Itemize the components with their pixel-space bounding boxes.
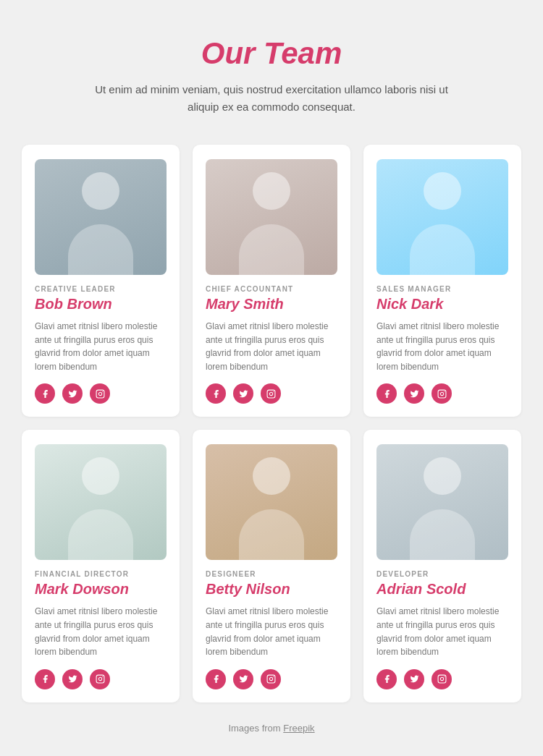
twitter-icon-adrian-scold[interactable] — [404, 669, 424, 689]
card-adrian-scold: DEVELOPER Adrian Scold Glavi amet ritnis… — [363, 430, 521, 702]
twitter-icon-nick-dark[interactable] — [404, 383, 424, 404]
twitter-icon-betty-nilson[interactable] — [233, 669, 253, 689]
card-betty-nilson: DESIGNEER Betty Nilson Glavi amet ritnis… — [193, 430, 350, 702]
name-mark-dowson: Mark Dowson — [35, 581, 167, 598]
page-subtitle: Ut enim ad minim veniam, quis nostrud ex… — [83, 81, 460, 116]
desc-mark-dowson: Glavi amet ritnisl libero molestie ante … — [35, 605, 167, 658]
instagram-icon-bob-brown[interactable] — [90, 383, 110, 404]
name-adrian-scold: Adrian Scold — [376, 581, 508, 598]
social-nick-dark — [376, 383, 508, 404]
social-mark-dowson — [35, 669, 167, 689]
role-adrian-scold: DEVELOPER — [376, 570, 508, 578]
svg-rect-0 — [96, 390, 104, 398]
card-nick-dark: SALES MANAGER Nick Dark Glavi amet ritni… — [363, 145, 521, 417]
name-bob-brown: Bob Brown — [35, 296, 167, 313]
card-mary-smith: CHIEF ACCOUNTANT Mary Smith Glavi amet r… — [193, 145, 350, 417]
social-bob-brown — [35, 383, 167, 404]
role-betty-nilson: DESIGNEER — [206, 570, 337, 578]
name-betty-nilson: Betty Nilson — [206, 581, 337, 598]
social-mary-smith — [206, 383, 337, 404]
name-nick-dark: Nick Dark — [376, 296, 508, 313]
team-grid: CREATIVE LEADER Bob Brown Glavi amet rit… — [22, 145, 521, 702]
page-title: Our Team — [22, 36, 521, 71]
card-bob-brown: CREATIVE LEADER Bob Brown Glavi amet rit… — [22, 145, 180, 417]
photo-adrian-scold — [376, 444, 508, 560]
desc-mary-smith: Glavi amet ritnisl libero molestie ante … — [206, 320, 337, 373]
svg-rect-4 — [438, 390, 446, 398]
social-betty-nilson — [206, 669, 337, 689]
instagram-icon-betty-nilson[interactable] — [261, 669, 281, 689]
svg-rect-10 — [438, 675, 446, 683]
photo-nick-dark — [376, 159, 508, 275]
freepik-link[interactable]: Freepik — [283, 723, 314, 734]
social-adrian-scold — [376, 669, 508, 689]
facebook-icon-betty-nilson[interactable] — [206, 669, 226, 689]
desc-adrian-scold: Glavi amet ritnisl libero molestie ante … — [376, 605, 508, 658]
instagram-icon-adrian-scold[interactable] — [432, 669, 452, 689]
page-header: Our Team Ut enim ad minim veniam, quis n… — [22, 36, 521, 116]
footer-note: Images from Freepik — [22, 723, 521, 734]
card-mark-dowson: FINANCIAL DIRECTOR Mark Dowson Glavi ame… — [22, 430, 180, 702]
svg-rect-6 — [96, 675, 104, 683]
role-mark-dowson: FINANCIAL DIRECTOR — [35, 570, 167, 578]
svg-rect-2 — [267, 390, 275, 398]
facebook-icon-bob-brown[interactable] — [35, 383, 55, 404]
facebook-icon-mary-smith[interactable] — [206, 383, 226, 404]
role-mary-smith: CHIEF ACCOUNTANT — [206, 285, 337, 293]
photo-betty-nilson — [206, 444, 337, 560]
role-nick-dark: SALES MANAGER — [376, 285, 508, 293]
twitter-icon-bob-brown[interactable] — [62, 383, 83, 404]
instagram-icon-mark-dowson[interactable] — [90, 669, 110, 689]
photo-mark-dowson — [35, 444, 167, 560]
twitter-icon-mark-dowson[interactable] — [62, 669, 83, 689]
twitter-icon-mary-smith[interactable] — [233, 383, 253, 404]
name-mary-smith: Mary Smith — [206, 296, 337, 313]
instagram-icon-mary-smith[interactable] — [261, 383, 281, 404]
photo-bob-brown — [35, 159, 167, 275]
facebook-icon-nick-dark[interactable] — [376, 383, 397, 404]
facebook-icon-mark-dowson[interactable] — [35, 669, 55, 689]
instagram-icon-nick-dark[interactable] — [432, 383, 452, 404]
facebook-icon-adrian-scold[interactable] — [376, 669, 397, 689]
role-bob-brown: CREATIVE LEADER — [35, 285, 167, 293]
page-wrapper: Our Team Ut enim ad minim veniam, quis n… — [0, 0, 543, 755]
desc-nick-dark: Glavi amet ritnisl libero molestie ante … — [376, 320, 508, 373]
desc-betty-nilson: Glavi amet ritnisl libero molestie ante … — [206, 605, 337, 658]
svg-rect-8 — [267, 675, 275, 683]
photo-mary-smith — [206, 159, 337, 275]
desc-bob-brown: Glavi amet ritnisl libero molestie ante … — [35, 320, 167, 373]
